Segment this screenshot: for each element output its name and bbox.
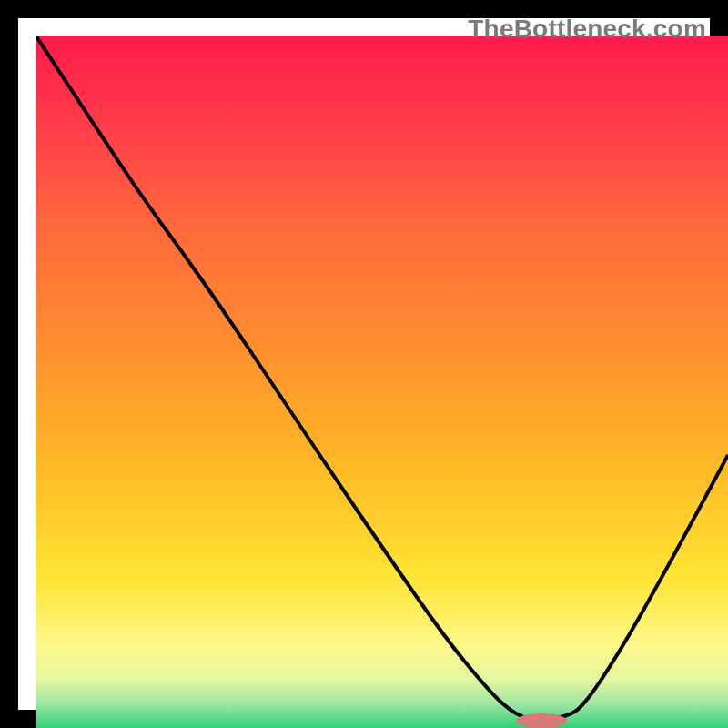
optimal-marker <box>516 713 567 728</box>
chart-plot <box>36 36 728 728</box>
chart-background <box>36 36 728 728</box>
chart-frame: TheBottleneck.com <box>0 0 728 728</box>
watermark-text: TheBottleneck.com <box>468 15 706 44</box>
